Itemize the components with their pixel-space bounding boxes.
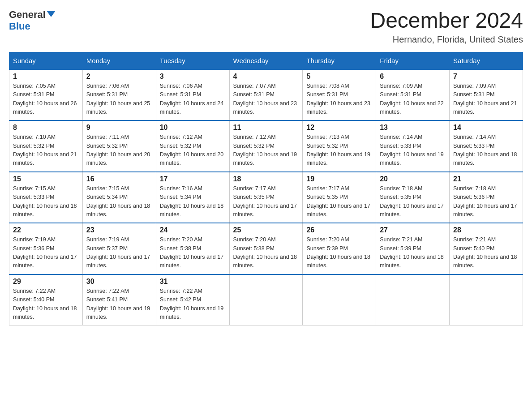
day-number: 7 <box>453 73 519 81</box>
day-number: 16 <box>86 175 152 183</box>
sunset-label: Sunset: 5:35 PM <box>380 194 421 200</box>
calendar-cell: 2 Sunrise: 7:06 AM Sunset: 5:31 PM Dayli… <box>82 69 156 121</box>
sunset-label: Sunset: 5:31 PM <box>380 91 421 98</box>
day-info: Sunrise: 7:20 AM Sunset: 5:39 PM Dayligh… <box>306 235 372 270</box>
daylight-label: Daylight: 10 hours and 21 minutes. <box>13 151 77 166</box>
sunrise-label: Sunrise: 7:11 AM <box>86 134 129 140</box>
daylight-label: Daylight: 10 hours and 23 minutes. <box>306 100 370 115</box>
calendar-header: SundayMondayTuesdayWednesdayThursdayFrid… <box>9 52 523 69</box>
calendar-table: SundayMondayTuesdayWednesdayThursdayFrid… <box>9 52 523 326</box>
sunrise-label: Sunrise: 7:16 AM <box>160 185 202 192</box>
sunset-label: Sunset: 5:32 PM <box>160 143 201 149</box>
logo: General Blue <box>9 9 56 32</box>
day-number: 2 <box>86 73 152 81</box>
page-header: General Blue December 2024 Hernando, Flo… <box>9 9 523 45</box>
weekday-header-sunday: Sunday <box>9 52 83 69</box>
day-info: Sunrise: 7:10 AM Sunset: 5:32 PM Dayligh… <box>13 133 79 168</box>
daylight-label: Daylight: 10 hours and 17 minutes. <box>306 203 370 218</box>
daylight-label: Daylight: 10 hours and 22 minutes. <box>380 100 443 115</box>
day-info: Sunrise: 7:07 AM Sunset: 5:31 PM Dayligh… <box>233 82 299 117</box>
day-info: Sunrise: 7:18 AM Sunset: 5:35 PM Dayligh… <box>380 184 446 219</box>
day-number: 21 <box>453 175 519 183</box>
day-number: 31 <box>160 278 226 286</box>
calendar-week-row: 1 Sunrise: 7:05 AM Sunset: 5:31 PM Dayli… <box>9 69 523 121</box>
daylight-label: Daylight: 10 hours and 17 minutes. <box>233 203 297 218</box>
day-number: 29 <box>13 278 79 286</box>
daylight-label: Daylight: 10 hours and 25 minutes. <box>86 100 150 115</box>
day-number: 24 <box>160 226 226 234</box>
day-number: 4 <box>233 73 299 81</box>
calendar-cell: 18 Sunrise: 7:17 AM Sunset: 5:35 PM Dayl… <box>229 172 303 223</box>
daylight-label: Daylight: 10 hours and 19 minutes. <box>306 151 370 166</box>
daylight-label: Daylight: 10 hours and 19 minutes. <box>160 305 223 320</box>
daylight-label: Daylight: 10 hours and 17 minutes. <box>86 254 150 269</box>
sunrise-label: Sunrise: 7:17 AM <box>306 185 349 192</box>
logo-blue-text: Blue <box>9 21 30 32</box>
day-info: Sunrise: 7:12 AM Sunset: 5:32 PM Dayligh… <box>233 133 299 168</box>
weekday-header-wednesday: Wednesday <box>229 52 303 69</box>
sunrise-label: Sunrise: 7:22 AM <box>160 288 202 294</box>
calendar-cell <box>376 274 450 325</box>
day-number: 28 <box>453 226 519 234</box>
day-number: 11 <box>233 124 299 132</box>
sunrise-label: Sunrise: 7:15 AM <box>13 185 56 192</box>
daylight-label: Daylight: 10 hours and 17 minutes. <box>13 254 77 269</box>
month-title: December 2024 <box>370 9 523 33</box>
sunset-label: Sunset: 5:34 PM <box>160 194 201 200</box>
day-info: Sunrise: 7:14 AM Sunset: 5:33 PM Dayligh… <box>380 133 446 168</box>
day-number: 3 <box>160 73 226 81</box>
sunrise-label: Sunrise: 7:12 AM <box>160 134 202 140</box>
day-info: Sunrise: 7:05 AM Sunset: 5:31 PM Dayligh… <box>13 82 79 117</box>
day-number: 1 <box>13 73 79 81</box>
calendar-cell <box>450 274 523 325</box>
daylight-label: Daylight: 10 hours and 18 minutes. <box>86 203 150 218</box>
sunrise-label: Sunrise: 7:18 AM <box>453 185 496 192</box>
logo-general-text: General <box>9 9 46 21</box>
day-info: Sunrise: 7:19 AM Sunset: 5:37 PM Dayligh… <box>86 235 152 270</box>
sunset-label: Sunset: 5:39 PM <box>306 245 348 252</box>
sunrise-label: Sunrise: 7:15 AM <box>86 185 129 192</box>
sunrise-label: Sunrise: 7:22 AM <box>13 288 56 294</box>
day-number: 27 <box>380 226 446 234</box>
day-info: Sunrise: 7:12 AM Sunset: 5:32 PM Dayligh… <box>160 133 226 168</box>
day-number: 5 <box>306 73 372 81</box>
sunset-label: Sunset: 5:37 PM <box>86 245 128 252</box>
day-info: Sunrise: 7:14 AM Sunset: 5:33 PM Dayligh… <box>453 133 519 168</box>
daylight-label: Daylight: 10 hours and 19 minutes. <box>233 151 297 166</box>
sunrise-label: Sunrise: 7:14 AM <box>380 134 422 140</box>
day-info: Sunrise: 7:15 AM Sunset: 5:34 PM Dayligh… <box>86 184 152 219</box>
calendar-cell: 11 Sunrise: 7:12 AM Sunset: 5:32 PM Dayl… <box>229 120 303 172</box>
calendar-cell: 13 Sunrise: 7:14 AM Sunset: 5:33 PM Dayl… <box>376 120 450 172</box>
weekday-header-tuesday: Tuesday <box>156 52 229 69</box>
sunset-label: Sunset: 5:31 PM <box>233 91 275 98</box>
day-info: Sunrise: 7:20 AM Sunset: 5:38 PM Dayligh… <box>233 235 299 270</box>
day-number: 6 <box>380 73 446 81</box>
day-info: Sunrise: 7:20 AM Sunset: 5:38 PM Dayligh… <box>160 235 226 270</box>
calendar-cell: 15 Sunrise: 7:15 AM Sunset: 5:33 PM Dayl… <box>9 172 83 223</box>
sunrise-label: Sunrise: 7:07 AM <box>233 83 276 89</box>
sunset-label: Sunset: 5:38 PM <box>160 245 201 252</box>
weekday-header-saturday: Saturday <box>450 52 523 69</box>
calendar-cell: 9 Sunrise: 7:11 AM Sunset: 5:32 PM Dayli… <box>82 120 156 172</box>
calendar-cell: 1 Sunrise: 7:05 AM Sunset: 5:31 PM Dayli… <box>9 69 83 121</box>
calendar-cell <box>229 274 303 325</box>
calendar-cell: 19 Sunrise: 7:17 AM Sunset: 5:35 PM Dayl… <box>303 172 376 223</box>
calendar-cell: 22 Sunrise: 7:19 AM Sunset: 5:36 PM Dayl… <box>9 223 83 274</box>
calendar-week-row: 15 Sunrise: 7:15 AM Sunset: 5:33 PM Dayl… <box>9 172 523 223</box>
location-text: Hernando, Florida, United States <box>370 34 523 45</box>
sunset-label: Sunset: 5:40 PM <box>13 296 54 303</box>
day-number: 23 <box>86 226 152 234</box>
day-number: 8 <box>13 124 79 132</box>
calendar-week-row: 22 Sunrise: 7:19 AM Sunset: 5:36 PM Dayl… <box>9 223 523 274</box>
sunset-label: Sunset: 5:33 PM <box>380 143 421 149</box>
day-number: 30 <box>86 278 152 286</box>
calendar-cell: 25 Sunrise: 7:20 AM Sunset: 5:38 PM Dayl… <box>229 223 303 274</box>
sunset-label: Sunset: 5:34 PM <box>86 194 128 200</box>
daylight-label: Daylight: 10 hours and 18 minutes. <box>380 254 443 269</box>
calendar-cell: 28 Sunrise: 7:21 AM Sunset: 5:40 PM Dayl… <box>450 223 523 274</box>
weekday-header-thursday: Thursday <box>303 52 376 69</box>
sunrise-label: Sunrise: 7:06 AM <box>86 83 129 89</box>
sunset-label: Sunset: 5:31 PM <box>453 91 494 98</box>
calendar-cell: 6 Sunrise: 7:09 AM Sunset: 5:31 PM Dayli… <box>376 69 450 121</box>
calendar-cell: 12 Sunrise: 7:13 AM Sunset: 5:32 PM Dayl… <box>303 120 376 172</box>
